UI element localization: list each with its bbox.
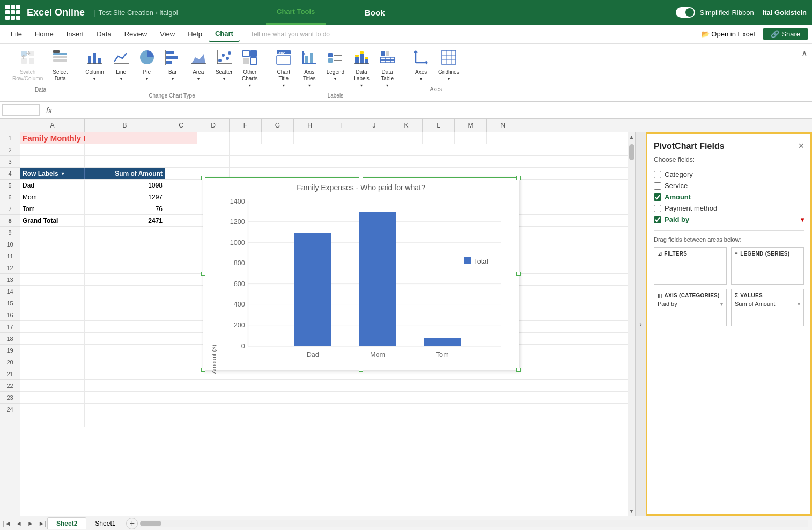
area-legend-series[interactable]: ≡ LEGEND (SERIES) (731, 247, 804, 285)
column-chart-button[interactable]: Column ▾ (82, 46, 107, 84)
switch-row-col-button[interactable]: SwitchRow/Column (9, 46, 47, 85)
h-scroll-thumb[interactable] (140, 521, 161, 526)
simplified-ribbon-toggle[interactable]: Simplified Ribbon (676, 7, 754, 18)
chart-overlay[interactable]: Family Expenses - Who paid for what? Amo… (203, 177, 519, 370)
cell-I1[interactable] (326, 132, 358, 144)
resize-handle-br[interactable] (516, 368, 521, 372)
cell-B7[interactable]: 76 (85, 203, 165, 214)
sheet-nav-first[interactable]: |◄ (2, 519, 12, 528)
cell-A7[interactable]: Tom (20, 203, 85, 214)
gridlines-button[interactable]: Gridlines ▾ (434, 46, 463, 84)
menu-review[interactable]: Review (118, 27, 154, 41)
cell-A6[interactable]: Mom (20, 191, 85, 203)
cell-G1[interactable] (262, 132, 294, 144)
cell-B5[interactable]: 1098 (85, 180, 165, 191)
field-paid-by-checkbox[interactable] (654, 216, 661, 223)
cell-A4-header[interactable]: Row Labels ▼ (20, 168, 85, 179)
menu-data[interactable]: Data (90, 27, 117, 41)
menu-help[interactable]: Help (181, 27, 209, 41)
axis-paid-by-remove[interactable]: ▾ (720, 301, 723, 307)
formula-input[interactable] (56, 105, 810, 115)
axes-button[interactable]: Axes ▾ (409, 46, 433, 84)
cell-reference-input[interactable]: M24 (2, 104, 40, 116)
cell-A2[interactable] (20, 144, 85, 155)
cell-D2[interactable] (197, 144, 230, 155)
cell-C2[interactable] (165, 144, 197, 155)
legend-button[interactable]: Legend ▾ (323, 46, 348, 84)
menu-chart[interactable]: Chart (209, 26, 240, 42)
sheet-tab-sheet2[interactable]: Sheet2 (47, 517, 86, 529)
menu-home[interactable]: Home (28, 27, 60, 41)
share-button[interactable]: 🔗 Share (763, 28, 808, 40)
area-axis-categories[interactable]: ||| AXIS (CATEGORIES) Paid by ▾ (654, 289, 727, 326)
cell-A1[interactable]: Family Monthly Expenses (20, 132, 85, 144)
data-table-button[interactable]: DataTable ▾ (375, 46, 400, 91)
cell-N1[interactable] (487, 132, 519, 144)
area-chart-button[interactable]: Area ▾ (186, 46, 211, 84)
bar-mom[interactable] (359, 212, 396, 346)
menu-insert[interactable]: Insert (60, 27, 91, 41)
cell-F1[interactable] (230, 132, 262, 144)
v-scroll-up[interactable]: ▲ (628, 132, 635, 141)
pivot-close-button[interactable]: × (798, 140, 804, 152)
cell-B1[interactable] (85, 132, 165, 144)
area-filters[interactable]: ⊿ FILTERS (654, 247, 727, 285)
chart-tools-tab[interactable]: Chart Tools (266, 0, 326, 25)
cell-J1[interactable] (358, 132, 390, 144)
resize-handle-ml[interactable] (201, 272, 205, 276)
paid-by-dropdown-arrow[interactable]: ▾ (801, 216, 804, 223)
menu-view[interactable]: View (153, 27, 181, 41)
sheet-nav-next[interactable]: ► (26, 519, 35, 528)
ribbon-collapse-button[interactable]: ∧ (799, 46, 810, 61)
field-payment-method-checkbox[interactable] (654, 205, 661, 212)
line-chart-button[interactable]: Line ▾ (109, 46, 134, 84)
scatter-chart-button[interactable]: Scatter ▾ (212, 46, 237, 84)
cell-A3[interactable] (20, 156, 85, 167)
bar-chart-button[interactable]: Bar ▾ (160, 46, 185, 84)
cell-B3[interactable] (85, 156, 165, 167)
toggle-switch[interactable] (676, 7, 695, 18)
book-tab[interactable]: Book (343, 0, 407, 25)
values-sum-remove[interactable]: ▾ (798, 301, 800, 307)
menu-file[interactable]: File (4, 27, 28, 41)
cell-L1[interactable] (423, 132, 455, 144)
cell-K1[interactable] (390, 132, 423, 144)
cell-M1[interactable] (455, 132, 487, 144)
bar-dad[interactable] (294, 233, 331, 346)
cell-C3[interactable] (165, 156, 197, 167)
cell-C5[interactable] (165, 180, 197, 191)
h-scrollbar[interactable] (140, 520, 808, 527)
sheet-nav-last[interactable]: ►| (38, 519, 47, 528)
field-amount-checkbox[interactable] (654, 193, 661, 201)
add-sheet-button[interactable]: + (126, 518, 138, 529)
cell-C7[interactable] (165, 203, 197, 214)
cell-A5[interactable]: Dad (20, 180, 85, 191)
sheet-tab-sheet1[interactable]: Sheet1 (86, 518, 124, 529)
resize-handle-tm[interactable] (359, 176, 363, 180)
v-scroll-track[interactable] (628, 141, 635, 506)
area-values[interactable]: Σ VALUES Sum of Amount ▾ (731, 289, 804, 326)
resize-handle-tr[interactable] (516, 176, 521, 180)
pie-chart-button[interactable]: Pie ▾ (135, 46, 159, 84)
cell-C6[interactable] (165, 191, 197, 203)
resize-handle-bl[interactable] (201, 368, 205, 372)
cell-H1[interactable] (294, 132, 326, 144)
field-service-checkbox[interactable] (654, 182, 661, 190)
cell-C8[interactable] (165, 215, 197, 226)
axis-titles-button[interactable]: A AxisTitles ▾ (297, 46, 322, 91)
cell-C4[interactable] (165, 168, 197, 179)
cell-B2[interactable] (85, 144, 165, 155)
panel-expand-button[interactable]: › (635, 132, 646, 516)
cell-B6[interactable]: 1297 (85, 191, 165, 203)
cell-D3[interactable] (197, 156, 230, 167)
cell-B4-header[interactable]: Sum of Amount (85, 168, 165, 179)
data-labels-button[interactable]: DataLabels ▾ (349, 46, 374, 91)
tell-me[interactable]: Tell me what you want to do (250, 31, 330, 38)
open-in-excel[interactable]: 📂 Open in Excel (701, 30, 755, 38)
other-charts-button[interactable]: OtherCharts ▾ (238, 46, 262, 91)
resize-handle-tl[interactable] (201, 176, 205, 180)
user-name[interactable]: Itai Goldstein (763, 9, 807, 17)
v-scroll-thumb[interactable] (629, 144, 634, 160)
resize-handle-mr[interactable] (516, 272, 521, 276)
chart-title-button[interactable]: ABC ChartTitle ▾ (271, 46, 296, 91)
